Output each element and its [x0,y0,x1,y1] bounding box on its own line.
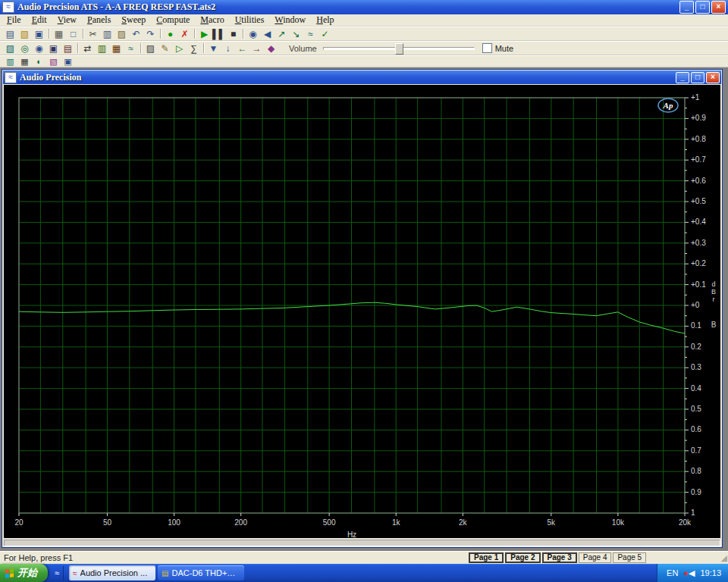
quick-launch-audio-precision-icon[interactable]: ≈ [55,567,59,579]
graph-titlebar[interactable]: ≈ Audio Precision _ □ × [3,70,721,84]
bar-display-icon[interactable]: ▥ [4,56,17,67]
save-icon[interactable]: ▣ [33,28,46,40]
menu-edit[interactable]: Edit [27,14,52,26]
graph-maximize-button[interactable]: □ [691,72,704,83]
svg-text:100: 100 [168,518,180,527]
meter-display-icon[interactable]: ◐ [33,56,46,67]
go-icon[interactable]: ● [164,28,177,40]
volume-slider-thumb[interactable] [395,43,403,55]
mute-checkbox[interactable] [482,43,492,53]
mini-panel-icon[interactable]: ▣ [61,56,74,67]
sweep-panel-icon[interactable]: ▧ [4,42,17,55]
data-table-icon[interactable]: ▦ [18,56,31,67]
stop-icon[interactable]: ■ [227,28,240,40]
import-data-icon[interactable]: ← [236,42,249,55]
monitor-icon[interactable]: ◉ [246,28,259,40]
taskbar-button[interactable]: ▤DAC-D6 THD+N Rat... [158,565,244,580]
app-titlebar[interactable]: ≈ Audio Precision ATS - A-A FREQ RESP FA… [0,0,728,14]
open-icon[interactable]: ▧ [18,28,31,40]
print-preview-icon[interactable]: □ [67,28,80,40]
svg-text:+0.5: +0.5 [691,197,706,205]
settling-panel-icon[interactable]: ≈ [124,42,137,55]
sweep-down-icon[interactable]: ↘ [290,28,303,40]
status-bits-icon[interactable]: ▦ [110,42,123,55]
toolbar-separator [83,29,83,39]
page-tab-page-2[interactable]: Page 2 [505,552,540,563]
statusbar: For Help, press F1 Page 1Page 2Page 3Pag… [0,551,728,564]
close-button[interactable]: × [711,1,726,14]
bargraph-panel-icon[interactable]: ▥ [96,42,108,55]
svg-text:r: r [713,296,715,303]
menu-view[interactable]: View [52,14,82,26]
svg-text:20k: 20k [679,518,692,527]
color-settings-icon[interactable]: ◆ [265,42,278,55]
copy-icon[interactable]: ▥ [101,28,114,40]
toolbar-panels-icons: ▧◎◉▣▤⇄▥▦≈▨✎▷∑▼↓←→◆ [3,42,278,55]
abort-icon[interactable]: ✗ [178,28,191,40]
menu-help[interactable]: Help [311,14,339,26]
redo-icon[interactable]: ↷ [144,28,157,40]
compute-icon[interactable]: ∑ [187,42,200,55]
menu-utilities[interactable]: Utilities [230,14,270,26]
svg-text:B: B [711,288,716,296]
new-icon[interactable]: ▤ [4,28,17,40]
data-editor-icon[interactable]: ▨ [144,42,157,55]
paste-icon[interactable]: ▨ [115,28,128,40]
svg-text:500: 500 [323,518,336,527]
tray-volume-icon[interactable]: ◀ [689,567,695,579]
cut-icon[interactable]: ✂ [86,28,99,40]
graph-buffer-icon[interactable]: ▼ [207,42,220,55]
language-indicator[interactable]: EN [667,568,678,577]
speaker-icon[interactable]: ◀ [261,28,274,40]
page-tab-page-1[interactable]: Page 1 [469,552,504,563]
windows-logo-icon [5,568,14,578]
taskbar-button[interactable]: ≈Audio Precision ... [69,565,155,580]
status-text: For Help, press F1 [4,553,73,562]
tray-status-icon[interactable]: ● [683,567,689,579]
start-button[interactable]: 开始 [0,564,48,582]
pause-icon[interactable]: ▌▌ [212,28,225,40]
palette-icon[interactable]: ▧ [47,56,60,67]
graph-window: ≈ Audio Precision _ □ × +1+0.9+0.8+0.7+0… [2,69,723,548]
minimize-button[interactable]: _ [679,1,694,14]
digital-io-icon[interactable]: ▣ [47,42,60,55]
app-title: Audio Precision ATS - A-A FREQ RESP FAST… [17,2,679,13]
analyzer-panel-icon[interactable]: ◉ [33,42,46,55]
save-trace-icon[interactable]: ↓ [221,42,234,55]
export-data-icon[interactable]: → [250,42,263,55]
svg-text:0.6: 0.6 [691,425,701,433]
start-label: 开始 [17,566,37,580]
menu-panels[interactable]: Panels [82,14,116,26]
menu-compute[interactable]: Compute [151,14,195,26]
dcx-panel-icon[interactable]: ▤ [61,42,74,55]
graph-close-button[interactable]: × [706,72,720,83]
macro-editor-icon[interactable]: ✎ [158,42,171,55]
page-tab-page-5[interactable]: Page 5 [613,552,646,563]
play-icon[interactable]: ▶ [198,28,211,40]
menu-window[interactable]: Window [269,14,311,26]
maximize-button[interactable]: □ [695,1,710,14]
menu-file[interactable]: File [2,14,27,26]
clock[interactable]: 19:13 [700,568,721,577]
regulate-icon[interactable]: ≈ [304,28,317,40]
generator-panel-icon[interactable]: ◎ [18,42,31,55]
run-macro-icon[interactable]: ▷ [173,42,186,55]
svg-text:0.5: 0.5 [691,405,701,413]
undo-icon[interactable]: ↶ [130,28,143,40]
svg-text:+0.1: +0.1 [691,280,706,289]
settle-check-icon[interactable]: ✓ [318,28,331,40]
toolbar-separator [160,29,161,39]
page-tabs: Page 1Page 2Page 3Page 4Page 5 [469,552,648,563]
svg-text:0.7: 0.7 [691,446,701,455]
graph-minimize-button[interactable]: _ [676,72,689,83]
switcher-panel-icon[interactable]: ⇄ [81,42,94,55]
page-tab-page-3[interactable]: Page 3 [542,552,577,563]
volume-slider[interactable] [323,42,475,54]
menu-sweep[interactable]: Sweep [116,14,151,26]
sweep-up-icon[interactable]: ↗ [275,28,288,40]
menu-macro[interactable]: Macro [195,14,229,26]
toolbar-panels: ▧◎◉▣▤⇄▥▦≈▨✎▷∑▼↓←→◆ Volume Mute [0,41,728,55]
page-tab-page-4[interactable]: Page 4 [579,552,612,563]
graph-hscrollbar[interactable] [4,540,720,546]
print-icon[interactable]: ▦ [52,28,65,40]
